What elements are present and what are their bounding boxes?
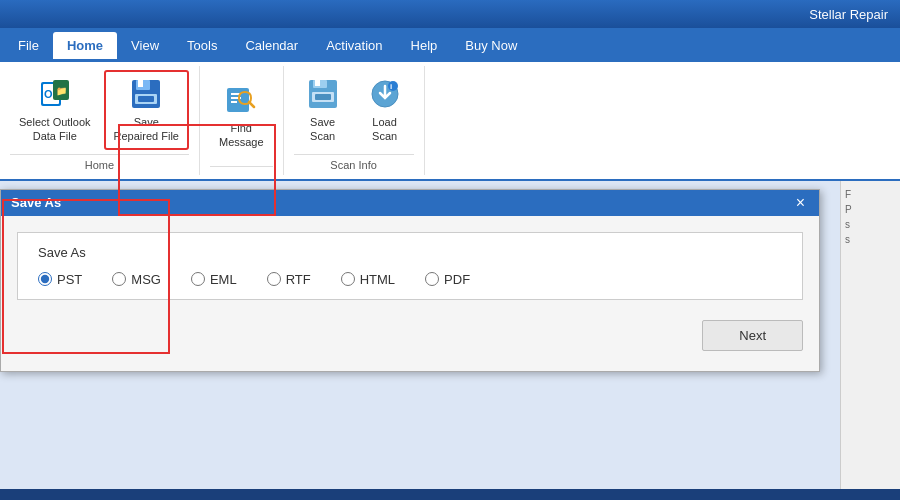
- save-scan-icon: [305, 76, 341, 112]
- save-repaired-button[interactable]: SaveRepaired File: [104, 70, 189, 150]
- radio-msg-label: MSG: [131, 272, 161, 287]
- ribbon-home-buttons: O 📁 Select OutlookData File: [10, 70, 189, 150]
- radio-pdf-input[interactable]: [425, 272, 439, 286]
- svg-text:📁: 📁: [56, 85, 68, 97]
- svg-line-11: [249, 102, 254, 107]
- menu-item-activation[interactable]: Activation: [312, 32, 396, 59]
- menu-item-buynow[interactable]: Buy Now: [451, 32, 531, 59]
- scaninfo-group-label: Scan Info: [294, 154, 414, 171]
- dialog-body: Save As PST MSG EML: [1, 216, 819, 371]
- radio-pdf-label: PDF: [444, 272, 470, 287]
- save-scan-label: SaveScan: [310, 115, 335, 144]
- select-outlook-button[interactable]: O 📁 Select OutlookData File: [10, 71, 100, 149]
- radio-msg-input[interactable]: [112, 272, 126, 286]
- radio-pst-label: PST: [57, 272, 82, 287]
- save-repaired-icon: [128, 76, 164, 112]
- find-message-icon: [223, 82, 259, 118]
- radio-eml-label: EML: [210, 272, 237, 287]
- home-group-label: Home: [10, 154, 189, 171]
- dialog-titlebar: Save As ×: [1, 190, 819, 216]
- menu-item-view[interactable]: View: [117, 32, 173, 59]
- svg-rect-9: [138, 96, 154, 102]
- ribbon-group-scaninfo: SaveScan i LoadScan Scan Info: [284, 66, 425, 175]
- save-repaired-label: SaveRepaired File: [114, 115, 179, 144]
- save-scan-button[interactable]: SaveScan: [294, 71, 352, 149]
- radio-rtf-input[interactable]: [267, 272, 281, 286]
- select-outlook-label: Select OutlookData File: [19, 115, 91, 144]
- dialog-footer: Next: [17, 316, 803, 359]
- find-message-label: FindMessage: [219, 121, 264, 150]
- radio-html-label: HTML: [360, 272, 395, 287]
- radio-html[interactable]: HTML: [341, 272, 395, 287]
- ribbon-group-find: FindMessage: [200, 66, 284, 175]
- right-panel-line1: F: [845, 189, 896, 200]
- menu-item-help[interactable]: Help: [397, 32, 452, 59]
- save-as-section-label: Save As: [38, 245, 782, 260]
- radio-rtf[interactable]: RTF: [267, 272, 311, 287]
- radio-eml[interactable]: EML: [191, 272, 237, 287]
- main-content: Save As × Save As PST MSG: [0, 181, 900, 500]
- dialog-title: Save As: [11, 195, 61, 210]
- svg-rect-14: [315, 80, 320, 86]
- svg-rect-7: [138, 80, 143, 87]
- ribbon-scaninfo-buttons: SaveScan i LoadScan: [294, 70, 414, 150]
- menu-item-tools[interactable]: Tools: [173, 32, 231, 59]
- radio-msg[interactable]: MSG: [112, 272, 161, 287]
- radio-pst[interactable]: PST: [38, 272, 82, 287]
- right-panel-line2: P: [845, 204, 896, 215]
- dialog-container: Save As × Save As PST MSG: [0, 181, 900, 500]
- right-panel: F P s s: [840, 181, 900, 500]
- radio-eml-input[interactable]: [191, 272, 205, 286]
- load-scan-button[interactable]: i LoadScan: [356, 71, 414, 149]
- ribbon-find-buttons: FindMessage: [210, 70, 273, 162]
- load-scan-label: LoadScan: [372, 115, 397, 144]
- taskbar: Attached:: [0, 489, 900, 500]
- radio-pdf[interactable]: PDF: [425, 272, 470, 287]
- outlook-icon: O 📁: [37, 76, 73, 112]
- save-as-section: Save As PST MSG EML: [17, 232, 803, 300]
- svg-text:i: i: [390, 82, 392, 91]
- find-message-button[interactable]: FindMessage: [210, 77, 273, 155]
- find-group-label: [210, 166, 273, 171]
- menu-item-home[interactable]: Home: [53, 32, 117, 59]
- save-as-dialog: Save As × Save As PST MSG: [0, 189, 820, 372]
- next-button[interactable]: Next: [702, 320, 803, 351]
- radio-html-input[interactable]: [341, 272, 355, 286]
- radio-pst-input[interactable]: [38, 272, 52, 286]
- menu-item-calendar[interactable]: Calendar: [231, 32, 312, 59]
- menu-bar: File Home View Tools Calendar Activation…: [0, 28, 900, 62]
- right-panel-line4: s: [845, 234, 896, 245]
- title-bar: Stellar Repair: [0, 0, 900, 28]
- dialog-close-button[interactable]: ×: [792, 195, 809, 211]
- radio-rtf-label: RTF: [286, 272, 311, 287]
- right-panel-line3: s: [845, 219, 896, 230]
- svg-rect-16: [315, 94, 331, 100]
- radio-group: PST MSG EML RTF: [38, 272, 782, 287]
- load-scan-icon: i: [367, 76, 403, 112]
- ribbon-group-home: O 📁 Select OutlookData File: [0, 66, 200, 175]
- svg-text:O: O: [44, 88, 53, 100]
- ribbon: O 📁 Select OutlookData File: [0, 62, 900, 181]
- title-text: Stellar Repair: [809, 7, 888, 22]
- menu-item-file[interactable]: File: [4, 32, 53, 59]
